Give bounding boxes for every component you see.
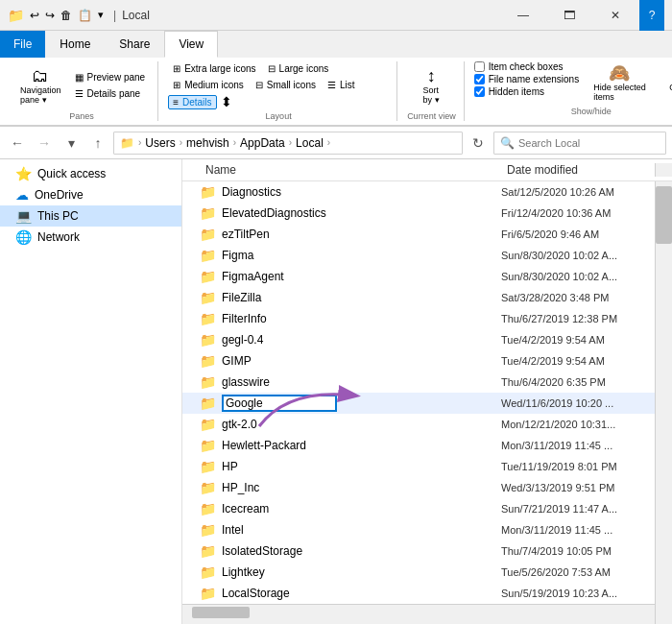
help-button[interactable]: ? [639, 0, 664, 31]
large-icons-button[interactable]: ⊟ Large icons [263, 61, 334, 76]
options-button[interactable]: ⚙ Options [660, 61, 672, 95]
layout-scroll[interactable]: ⬍ [219, 94, 234, 109]
h-scrollbar-thumb[interactable] [192, 607, 250, 618]
hidden-items-check[interactable] [474, 86, 485, 97]
search-input[interactable] [518, 137, 660, 149]
sidebar-item-network[interactable]: 🌐 Network [0, 227, 181, 248]
path-mehvish[interactable]: mehvish [186, 136, 229, 150]
table-row[interactable]: 📁IcecreamSun/7/21/2019 11:47 A... [182, 498, 655, 519]
file-date: Thu/6/4/2020 6:35 PM [501, 376, 655, 388]
table-row[interactable]: 📁HP_IncWed/3/13/2019 9:51 PM [182, 477, 655, 498]
file-date: Mon/3/11/2019 11:45 ... [501, 524, 655, 536]
path-appdata[interactable]: AppData [240, 136, 285, 150]
tab-view[interactable]: View [164, 31, 218, 58]
maximize-button[interactable]: 🗖 [547, 0, 591, 31]
list-button[interactable]: ☰ List [323, 78, 360, 92]
table-row[interactable]: 📁LocalStorageSun/5/19/2019 10:23 A... [182, 583, 655, 604]
file-name-extensions-option[interactable]: File name extensions [474, 74, 580, 84]
preview-pane-button[interactable]: ▦ Preview pane [70, 70, 151, 84]
sort-by-button[interactable]: ↕ Sortby ▾ [407, 64, 455, 108]
file-date: Sun/8/30/2020 10:02 A... [501, 271, 655, 282]
tab-share[interactable]: Share [105, 31, 164, 58]
table-row[interactable]: 📁gtk-2.0Mon/12/21/2020 10:31... [182, 414, 655, 435]
list-icon: ☰ [327, 80, 336, 90]
table-row[interactable]: 📁Wed/11/6/2019 10:20 ... [182, 393, 655, 414]
file-name-extensions-check[interactable] [474, 74, 485, 84]
toolbar-customize[interactable]: ▾ [98, 9, 104, 21]
file-name: glasswire [222, 375, 501, 389]
file-date: Tue/11/19/2019 8:01 PM [501, 461, 655, 472]
file-date: Mon/12/21/2020 10:31... [501, 419, 655, 430]
sidebar-item-this-pc[interactable]: 💻 This PC [0, 205, 181, 227]
address-path[interactable]: 📁 › Users › mehvish › AppData › Local › [113, 132, 463, 155]
navigation-pane-button[interactable]: 🗂 Navigationpane ▾ [13, 64, 68, 108]
v-scrollbar-thumb[interactable] [656, 186, 672, 244]
hidden-items-option[interactable]: Hidden items [474, 86, 580, 97]
tab-home[interactable]: Home [45, 31, 105, 58]
header-spacer [182, 163, 200, 177]
details-pane-button[interactable]: ☰ Details pane [70, 86, 151, 101]
table-row[interactable]: 📁FilterInfoThu/6/27/2019 12:38 PM [182, 308, 655, 329]
file-name: gegl-0.4 [222, 333, 501, 347]
toolbar-delete[interactable]: 🗑 [60, 9, 72, 22]
refresh-button[interactable]: ↻ [467, 132, 490, 155]
sidebar-item-onedrive[interactable]: ☁ OneDrive [0, 184, 181, 205]
folder-icon: 📁 [200, 586, 216, 601]
search-box[interactable]: 🔍 [493, 132, 666, 155]
toolbar-redo[interactable]: ↪ [45, 9, 55, 22]
col-date-label: Date modified [507, 163, 578, 177]
show-hide-label: Show/hide [474, 107, 672, 116]
col-header-date[interactable]: Date modified [501, 163, 655, 177]
minimize-button[interactable]: — [501, 0, 545, 31]
extra-large-icons-button[interactable]: ⊞ Extra large icons [168, 61, 260, 76]
table-row[interactable]: 📁Hewlett-PackardMon/3/11/2019 11:45 ... [182, 435, 655, 456]
horizontal-scrollbar[interactable] [182, 604, 655, 619]
table-row[interactable]: 📁DiagnosticsSat/12/5/2020 10:26 AM [182, 181, 655, 203]
ribbon-group-panes: 🗂 Navigationpane ▾ ▦ Preview pane ☰ Deta… [6, 61, 158, 121]
file-name: Figma [222, 249, 501, 262]
hide-selected-button[interactable]: 🙈 Hide selecteditems [587, 61, 653, 105]
path-local[interactable]: Local [296, 136, 324, 150]
back-button[interactable]: ← [6, 132, 29, 155]
table-row[interactable]: 📁ezTiltPenFri/6/5/2020 9:46 AM [182, 224, 655, 245]
file-date: Sun/8/30/2020 10:02 A... [501, 250, 655, 261]
table-row[interactable]: 📁ElevatedDiagnosticsFri/12/4/2020 10:36 … [182, 203, 655, 224]
folder-icon: 📁 [200, 227, 216, 242]
table-row[interactable]: 📁GIMPTue/4/2/2019 9:54 AM [182, 350, 655, 372]
toolbar-undo[interactable]: ↩ [30, 9, 39, 22]
small-icon: ⊟ [255, 80, 263, 90]
item-checkboxes-option[interactable]: Item check boxes [474, 61, 580, 72]
checkboxes: Item check boxes File name extensions Hi… [474, 61, 580, 97]
close-button[interactable]: ✕ [593, 0, 637, 31]
sidebar-item-quick-access[interactable]: ⭐ Quick access [0, 163, 181, 184]
dropdown-button[interactable]: ▾ [60, 132, 83, 155]
small-icons-button[interactable]: ⊟ Small icons [251, 78, 321, 92]
hide-selected-group: 🙈 Hide selecteditems [587, 61, 653, 105]
file-name: LocalStorage [222, 587, 501, 600]
rename-input[interactable] [222, 395, 337, 412]
folder-icon: 📁 [200, 332, 216, 348]
folder-icon: 📁 [200, 459, 216, 474]
table-row[interactable]: 📁HPTue/11/19/2019 8:01 PM [182, 456, 655, 477]
toolbar-properties[interactable]: 📋 [78, 9, 92, 22]
table-row[interactable]: 📁FileZillaSat/3/28/2020 3:48 PM [182, 287, 655, 308]
table-row[interactable]: 📁IntelMon/3/11/2019 11:45 ... [182, 519, 655, 540]
item-checkboxes-check[interactable] [474, 61, 485, 72]
table-row[interactable]: 📁LightkeyTue/5/26/2020 7:53 AM [182, 562, 655, 583]
table-row[interactable]: 📁gegl-0.4Tue/4/2/2019 9:54 AM [182, 329, 655, 350]
up-button[interactable]: ↑ [86, 132, 109, 155]
forward-button[interactable]: → [33, 132, 56, 155]
table-row[interactable]: 📁FigmaSun/8/30/2020 10:02 A... [182, 245, 655, 266]
table-row[interactable]: 📁FigmaAgentSun/8/30/2020 10:02 A... [182, 266, 655, 287]
list-label: List [340, 80, 355, 90]
details-button[interactable]: ≡ Details [168, 95, 216, 109]
col-header-name[interactable]: Name [200, 163, 501, 177]
path-users[interactable]: Users [145, 136, 175, 150]
address-bar: ← → ▾ ↑ 📁 › Users › mehvish › AppData › … [0, 127, 672, 159]
table-row[interactable]: 📁glasswireThu/6/4/2020 6:35 PM [182, 372, 655, 393]
table-row[interactable]: 📁IsolatedStorageThu/7/4/2019 10:05 PM [182, 540, 655, 562]
window-title: Local [122, 9, 495, 22]
vertical-scrollbar[interactable] [655, 181, 672, 624]
tab-file[interactable]: File [0, 31, 45, 58]
medium-icons-button[interactable]: ⊞ Medium icons [168, 78, 249, 92]
